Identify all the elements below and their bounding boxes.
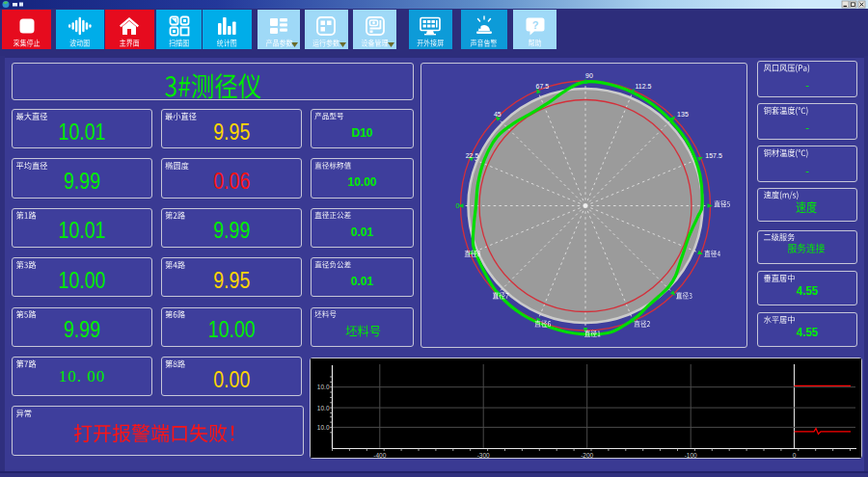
svg-text:22.5: 22.5 [466,152,479,159]
svg-text:-400: -400 [373,451,386,458]
svg-text:0: 0 [792,451,796,458]
svg-text:-300: -300 [476,451,489,458]
svg-text:10.0: 10.0 [316,404,329,411]
svg-text:0: 0 [456,202,460,209]
svg-text:67.5: 67.5 [536,83,550,90]
svg-text:10.0: 10.0 [316,423,329,430]
svg-text:157.5: 157.5 [705,152,722,159]
svg-text:-100: -100 [684,451,696,458]
svg-text:?: ? [531,18,538,30]
svg-text:10.0: 10.0 [316,384,329,390]
svg-text:-200: -200 [581,451,593,458]
svg-text:45: 45 [494,111,502,118]
svg-text:135: 135 [677,111,689,118]
svg-text:112.5: 112.5 [636,83,652,90]
svg-text:90: 90 [585,72,593,79]
